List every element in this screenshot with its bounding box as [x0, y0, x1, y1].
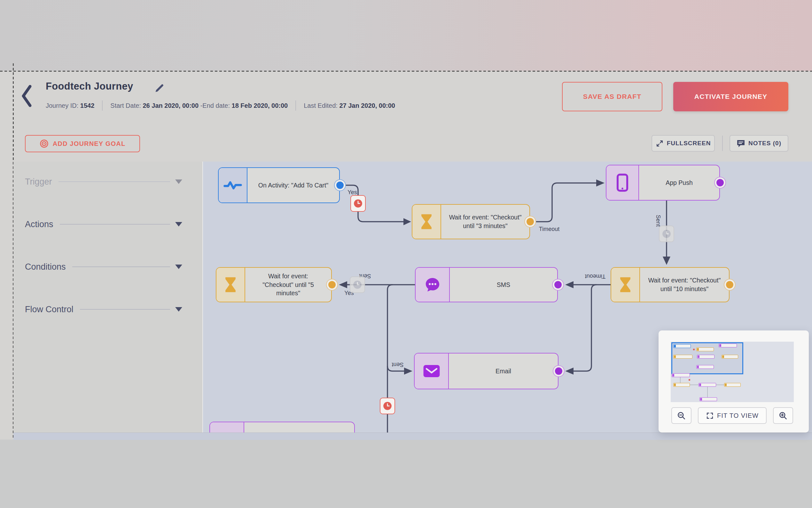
flow-node-app-push[interactable]: App Push	[606, 165, 720, 201]
fit-to-view-label: FIT TO VIEW	[717, 412, 759, 419]
clock-icon	[662, 229, 671, 238]
minimap-node	[700, 397, 717, 401]
sidebar-item-actions[interactable]: Actions	[25, 218, 182, 230]
chevron-down-icon	[175, 264, 182, 269]
minimap-node	[696, 365, 714, 369]
chevron-down-icon	[175, 307, 182, 311]
edge-label: Yes	[347, 189, 357, 196]
flow-node-email[interactable]: Email	[414, 353, 559, 389]
node-output-port[interactable]	[527, 218, 534, 225]
journey-id-label: Journey ID:	[46, 102, 78, 109]
node-label: SMS	[450, 268, 557, 302]
last-edited-label: Last Edited:	[304, 102, 338, 109]
fullscreen-button[interactable]: FULLSCREEN	[652, 135, 715, 152]
node-output-port[interactable]	[555, 368, 562, 375]
minimap-node	[697, 355, 715, 358]
minimap-node	[673, 344, 691, 348]
flow-node-trigger-add-to-cart[interactable]: On Activity: "Add To Cart"	[218, 167, 340, 203]
sidebar-item-trigger[interactable]: Trigger	[25, 175, 182, 188]
bullseye-icon	[40, 139, 49, 148]
minimap-panel: FIT TO VIEW	[659, 331, 809, 432]
notes-icon	[736, 139, 745, 147]
node-output-port[interactable]	[726, 281, 733, 289]
end-date-label: -End date:	[200, 102, 230, 109]
node-label: Wait for event: "Checkout" until "5 minu…	[245, 268, 331, 302]
edge-clock-badge[interactable]	[659, 225, 674, 242]
fit-to-view-icon	[706, 412, 714, 420]
edge-clock-badge[interactable]	[380, 398, 395, 414]
activate-journey-button[interactable]: ACTIVATE JOURNEY	[673, 82, 789, 111]
node-label: App Push	[639, 165, 719, 200]
sidebar-item-line	[80, 309, 170, 310]
crop-dashed-line-top	[0, 71, 812, 72]
node-label: Email	[449, 353, 558, 389]
edge-label: Timeout	[539, 226, 560, 232]
zoom-in-button[interactable]	[773, 407, 793, 424]
sidebar-item-flow-control[interactable]: Flow Control	[25, 303, 182, 316]
journey-meta: Journey ID: 1542 Start Date: 26 Jan 2020…	[46, 100, 395, 111]
node-icon-cell	[416, 268, 450, 302]
flow-node-wait-checkout-10[interactable]: Wait for event: "Checkout" until "10 min…	[611, 267, 729, 302]
sidebar-item-line	[58, 181, 170, 182]
add-journey-goal-button[interactable]: ADD JOURNEY GOAL	[25, 135, 140, 152]
hourglass-icon	[224, 277, 237, 293]
node-label: Wait for event: "Checkout" until "10 min…	[640, 268, 729, 302]
edge-clock-badge[interactable]	[350, 195, 366, 212]
edit-title-icon[interactable]	[154, 83, 165, 94]
flow-node-wait-checkout-5[interactable]: Wait for event: "Checkout" until "5 minu…	[216, 267, 332, 302]
node-output-port[interactable]	[336, 182, 344, 189]
minimap-clock-dot	[688, 379, 690, 381]
toolbar-divider	[722, 136, 723, 151]
sidebar-item-label: Trigger	[25, 177, 52, 187]
node-icon-cell	[611, 268, 640, 302]
meta-divider	[102, 100, 103, 111]
add-journey-goal-label: ADD JOURNEY GOAL	[53, 140, 126, 147]
node-label: On Activity: "Add To Cart"	[247, 168, 339, 203]
minimap-node	[673, 383, 690, 387]
notes-button[interactable]: NOTES (0)	[729, 135, 789, 152]
node-icon-cell	[217, 268, 245, 302]
save-as-draft-button[interactable]: SAVE AS DRAFT	[562, 82, 662, 111]
minimap-node	[724, 383, 741, 387]
flow-node-wait-checkout-3[interactable]: Wait for event: "Checkout" until "3 minu…	[412, 204, 530, 239]
back-button[interactable]	[21, 84, 35, 108]
start-date-label: Start Date:	[110, 102, 141, 109]
node-icon-cell	[219, 168, 247, 203]
sidebar-item-label: Flow Control	[25, 304, 74, 314]
minimap-node	[672, 373, 690, 377]
minimap-area[interactable]	[671, 342, 794, 402]
chat-bubble-icon	[424, 277, 441, 293]
sidebar-item-line	[60, 224, 170, 224]
fit-to-view-button[interactable]: FIT TO VIEW	[698, 407, 767, 424]
node-output-port[interactable]	[554, 281, 562, 289]
clock-icon	[383, 401, 392, 411]
activity-icon	[224, 180, 242, 190]
envelope-icon	[423, 364, 440, 378]
chevron-down-icon	[175, 179, 182, 184]
last-edited-value: 27 Jan 2020, 00:00	[339, 102, 395, 109]
minimap-clock-dot	[693, 349, 695, 350]
node-output-port[interactable]	[716, 179, 724, 186]
zoom-out-icon	[677, 411, 686, 420]
minimap-node	[699, 383, 716, 387]
chevron-left-icon	[21, 84, 32, 108]
start-date-value: 26 Jan 2020, 00:00	[143, 102, 199, 109]
node-output-port[interactable]	[328, 281, 336, 289]
sidebar-item-conditions[interactable]: Conditions	[25, 260, 182, 273]
edge-label: Timeout	[585, 273, 606, 280]
palette-sidebar: TriggerActionsConditionsFlow Control	[13, 162, 203, 432]
flow-node-sms[interactable]: SMS	[415, 267, 558, 302]
end-date-value: 18 Feb 2020, 00:00	[232, 102, 288, 109]
zoom-out-button[interactable]	[671, 407, 691, 424]
minimap-node	[721, 355, 738, 358]
edge-clock-badge[interactable]	[350, 277, 365, 293]
canvas-horizontal-scrollbar[interactable]	[13, 432, 812, 440]
flow-node-partial-bottom[interactable]	[209, 422, 355, 432]
node-icon-cell	[415, 353, 449, 389]
hourglass-icon	[619, 277, 632, 293]
fullscreen-label: FULLSCREEN	[667, 140, 711, 147]
node-icon-cell	[413, 205, 441, 239]
node-label: Wait for event: "Checkout" until "3 minu…	[441, 205, 529, 239]
sidebar-item-line	[72, 266, 170, 267]
zoom-in-icon	[779, 411, 787, 420]
